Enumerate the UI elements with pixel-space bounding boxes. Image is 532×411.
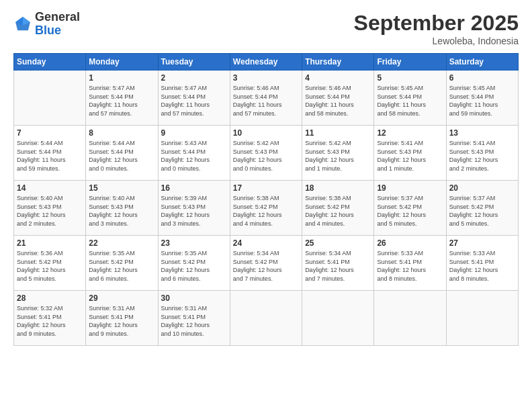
logo-general: General xyxy=(35,10,80,24)
day-number: 7 xyxy=(17,128,83,138)
col-header-wednesday: Wednesday xyxy=(230,54,302,71)
logo-icon xyxy=(13,15,32,34)
day-number: 28 xyxy=(17,293,83,303)
day-number: 24 xyxy=(233,238,299,248)
calendar-cell: 27Sunrise: 5:33 AM Sunset: 5:41 PM Dayli… xyxy=(446,236,518,291)
day-number: 20 xyxy=(449,183,515,193)
col-header-sunday: Sunday xyxy=(14,54,86,71)
calendar-cell: 28Sunrise: 5:32 AM Sunset: 5:41 PM Dayli… xyxy=(14,291,86,346)
day-number: 8 xyxy=(89,128,154,138)
location: Lewoleba, Indonesia xyxy=(354,36,519,46)
col-header-monday: Monday xyxy=(86,54,158,71)
calendar-cell: 14Sunrise: 5:40 AM Sunset: 5:43 PM Dayli… xyxy=(14,181,86,236)
day-info: Sunrise: 5:41 AM Sunset: 5:43 PM Dayligh… xyxy=(449,139,515,173)
day-number: 5 xyxy=(377,73,443,83)
day-number: 22 xyxy=(89,238,154,248)
calendar-cell: 29Sunrise: 5:31 AM Sunset: 5:41 PM Dayli… xyxy=(86,291,158,346)
col-header-tuesday: Tuesday xyxy=(158,54,230,71)
day-number: 11 xyxy=(305,128,371,138)
header-row: SundayMondayTuesdayWednesdayThursdayFrid… xyxy=(14,54,519,71)
month-title: September 2025 xyxy=(354,11,519,36)
day-info: Sunrise: 5:45 AM Sunset: 5:44 PM Dayligh… xyxy=(377,84,443,118)
day-number: 25 xyxy=(305,238,371,248)
day-info: Sunrise: 5:31 AM Sunset: 5:41 PM Dayligh… xyxy=(89,304,154,338)
day-info: Sunrise: 5:31 AM Sunset: 5:41 PM Dayligh… xyxy=(161,304,227,338)
header: General Blue September 2025 Lewoleba, In… xyxy=(13,11,519,46)
day-number: 12 xyxy=(377,128,443,138)
calendar-cell: 2Sunrise: 5:47 AM Sunset: 5:44 PM Daylig… xyxy=(158,71,230,126)
calendar-cell: 24Sunrise: 5:34 AM Sunset: 5:42 PM Dayli… xyxy=(230,236,302,291)
calendar-cell xyxy=(14,71,86,126)
calendar-cell: 10Sunrise: 5:42 AM Sunset: 5:43 PM Dayli… xyxy=(230,126,302,181)
calendar-cell: 30Sunrise: 5:31 AM Sunset: 5:41 PM Dayli… xyxy=(158,291,230,346)
calendar-cell: 19Sunrise: 5:37 AM Sunset: 5:42 PM Dayli… xyxy=(374,181,446,236)
day-info: Sunrise: 5:34 AM Sunset: 5:42 PM Dayligh… xyxy=(233,249,299,283)
calendar-cell: 12Sunrise: 5:41 AM Sunset: 5:43 PM Dayli… xyxy=(374,126,446,181)
day-number: 30 xyxy=(161,293,227,303)
calendar-cell xyxy=(230,291,302,346)
calendar-cell: 16Sunrise: 5:39 AM Sunset: 5:43 PM Dayli… xyxy=(158,181,230,236)
day-info: Sunrise: 5:38 AM Sunset: 5:42 PM Dayligh… xyxy=(233,194,299,228)
day-info: Sunrise: 5:44 AM Sunset: 5:44 PM Dayligh… xyxy=(17,139,83,173)
calendar-cell: 21Sunrise: 5:36 AM Sunset: 5:42 PM Dayli… xyxy=(14,236,86,291)
day-number: 4 xyxy=(305,73,371,83)
week-row-1: 7Sunrise: 5:44 AM Sunset: 5:44 PM Daylig… xyxy=(14,126,519,181)
day-info: Sunrise: 5:32 AM Sunset: 5:41 PM Dayligh… xyxy=(17,304,83,338)
day-number: 2 xyxy=(161,73,227,83)
day-info: Sunrise: 5:39 AM Sunset: 5:43 PM Dayligh… xyxy=(161,194,227,228)
calendar-cell: 25Sunrise: 5:34 AM Sunset: 5:41 PM Dayli… xyxy=(302,236,374,291)
logo-blue: Blue xyxy=(35,24,61,37)
day-number: 17 xyxy=(233,183,299,193)
calendar-cell: 26Sunrise: 5:33 AM Sunset: 5:41 PM Dayli… xyxy=(374,236,446,291)
day-info: Sunrise: 5:46 AM Sunset: 5:44 PM Dayligh… xyxy=(305,84,371,118)
calendar-cell: 15Sunrise: 5:40 AM Sunset: 5:43 PM Dayli… xyxy=(86,181,158,236)
calendar-cell: 20Sunrise: 5:37 AM Sunset: 5:42 PM Dayli… xyxy=(446,181,518,236)
day-info: Sunrise: 5:42 AM Sunset: 5:43 PM Dayligh… xyxy=(233,139,299,173)
day-info: Sunrise: 5:43 AM Sunset: 5:44 PM Dayligh… xyxy=(161,139,227,173)
week-row-0: 1Sunrise: 5:47 AM Sunset: 5:44 PM Daylig… xyxy=(14,71,519,126)
day-number: 23 xyxy=(161,238,227,248)
day-info: Sunrise: 5:33 AM Sunset: 5:41 PM Dayligh… xyxy=(377,249,443,283)
day-info: Sunrise: 5:44 AM Sunset: 5:44 PM Dayligh… xyxy=(89,139,154,173)
calendar-cell: 8Sunrise: 5:44 AM Sunset: 5:44 PM Daylig… xyxy=(86,126,158,181)
day-info: Sunrise: 5:38 AM Sunset: 5:42 PM Dayligh… xyxy=(305,194,371,228)
day-info: Sunrise: 5:41 AM Sunset: 5:43 PM Dayligh… xyxy=(377,139,443,173)
col-header-thursday: Thursday xyxy=(302,54,374,71)
day-number: 1 xyxy=(89,73,154,83)
calendar-cell: 11Sunrise: 5:42 AM Sunset: 5:43 PM Dayli… xyxy=(302,126,374,181)
week-row-2: 14Sunrise: 5:40 AM Sunset: 5:43 PM Dayli… xyxy=(14,181,519,236)
calendar-cell: 5Sunrise: 5:45 AM Sunset: 5:44 PM Daylig… xyxy=(374,71,446,126)
day-number: 6 xyxy=(449,73,515,83)
day-info: Sunrise: 5:47 AM Sunset: 5:44 PM Dayligh… xyxy=(89,84,154,118)
day-number: 14 xyxy=(17,183,83,193)
day-info: Sunrise: 5:34 AM Sunset: 5:41 PM Dayligh… xyxy=(305,249,371,283)
day-number: 19 xyxy=(377,183,443,193)
day-info: Sunrise: 5:37 AM Sunset: 5:42 PM Dayligh… xyxy=(377,194,443,228)
day-info: Sunrise: 5:35 AM Sunset: 5:42 PM Dayligh… xyxy=(89,249,154,283)
col-header-friday: Friday xyxy=(374,54,446,71)
calendar-cell: 7Sunrise: 5:44 AM Sunset: 5:44 PM Daylig… xyxy=(14,126,86,181)
calendar-cell: 18Sunrise: 5:38 AM Sunset: 5:42 PM Dayli… xyxy=(302,181,374,236)
calendar-cell: 1Sunrise: 5:47 AM Sunset: 5:44 PM Daylig… xyxy=(86,71,158,126)
col-header-saturday: Saturday xyxy=(446,54,518,71)
day-info: Sunrise: 5:33 AM Sunset: 5:41 PM Dayligh… xyxy=(449,249,515,283)
calendar-cell: 22Sunrise: 5:35 AM Sunset: 5:42 PM Dayli… xyxy=(86,236,158,291)
calendar-cell: 6Sunrise: 5:45 AM Sunset: 5:44 PM Daylig… xyxy=(446,71,518,126)
day-number: 21 xyxy=(17,238,83,248)
calendar-cell: 9Sunrise: 5:43 AM Sunset: 5:44 PM Daylig… xyxy=(158,126,230,181)
day-info: Sunrise: 5:42 AM Sunset: 5:43 PM Dayligh… xyxy=(305,139,371,173)
day-number: 29 xyxy=(89,293,154,303)
calendar-cell xyxy=(302,291,374,346)
calendar-table: SundayMondayTuesdayWednesdayThursdayFrid… xyxy=(13,53,519,346)
logo-text: General Blue xyxy=(35,11,80,38)
day-info: Sunrise: 5:47 AM Sunset: 5:44 PM Dayligh… xyxy=(161,84,227,118)
calendar-cell: 23Sunrise: 5:35 AM Sunset: 5:42 PM Dayli… xyxy=(158,236,230,291)
day-number: 15 xyxy=(89,183,154,193)
title-block: September 2025 Lewoleba, Indonesia xyxy=(354,11,519,46)
day-info: Sunrise: 5:46 AM Sunset: 5:44 PM Dayligh… xyxy=(233,84,299,118)
day-number: 3 xyxy=(233,73,299,83)
day-info: Sunrise: 5:35 AM Sunset: 5:42 PM Dayligh… xyxy=(161,249,227,283)
logo: General Blue xyxy=(13,11,80,38)
page: General Blue September 2025 Lewoleba, In… xyxy=(0,0,532,411)
day-info: Sunrise: 5:36 AM Sunset: 5:42 PM Dayligh… xyxy=(17,249,83,283)
